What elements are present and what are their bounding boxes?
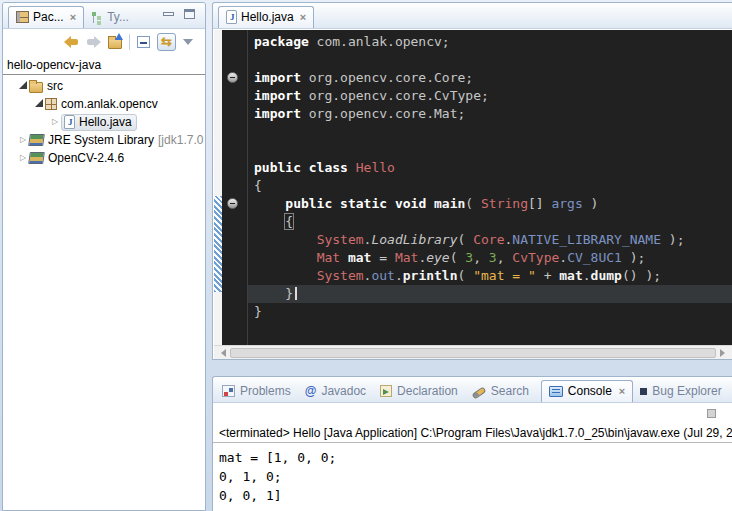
library-icon — [28, 134, 45, 146]
tree-item-label: OpenCV-2.4.6 — [48, 151, 124, 165]
tab-label: Ty... — [107, 10, 129, 24]
range-indicator — [214, 196, 222, 292]
tree-item-label: com.anlak.opencv — [61, 97, 158, 111]
code-line[interactable]: public class Hello — [248, 159, 732, 177]
code-line[interactable]: import org.opencv.core.CvType; — [248, 87, 732, 105]
tab-declaration[interactable]: Declaration — [373, 381, 465, 402]
left-view-tabbar: Pac... × Ty... — [3, 3, 205, 29]
package-explorer-view: Pac... × Ty... ⇆ hello-opencv-java src — [2, 2, 206, 511]
tree-item-label: JRE System Library — [48, 133, 154, 147]
project-label[interactable]: hello-opencv-java — [3, 55, 205, 75]
tab-label: Declaration — [397, 384, 458, 398]
minimize-icon[interactable] — [163, 12, 174, 16]
bottom-view-tabbar: Problems @ Javadoc Declaration Search Co… — [213, 377, 732, 403]
scroll-right-icon[interactable] — [720, 349, 729, 357]
editor-area: Hello.java × package com.anlak.opencv;im… — [212, 2, 732, 360]
fold-collapse-icon[interactable] — [227, 72, 238, 83]
expander-collapsed-icon[interactable]: ▷ — [20, 136, 26, 144]
selected-tree-item[interactable]: Hello.java — [61, 114, 137, 131]
code-line[interactable]: import org.opencv.core.Core; — [248, 69, 732, 87]
code-line[interactable]: public static void main( String[] args ) — [248, 195, 732, 213]
console-output-line: 0, 1, 0; — [219, 467, 732, 486]
search-icon — [471, 387, 486, 400]
code-line[interactable] — [248, 123, 732, 141]
view-menu-icon[interactable] — [183, 39, 193, 45]
back-icon[interactable] — [64, 36, 79, 49]
console-icon — [549, 386, 563, 397]
code-line[interactable]: } — [248, 303, 732, 321]
tree-item-package[interactable]: com.anlak.opencv — [3, 95, 205, 113]
scrollbar-thumb[interactable] — [230, 348, 716, 358]
tree-item-opencv-library[interactable]: ▷ OpenCV-2.4.6 — [3, 149, 205, 167]
tree-item-src[interactable]: src — [3, 77, 205, 95]
horizontal-scrollbar[interactable] — [214, 345, 732, 359]
fold-gutter[interactable] — [222, 30, 248, 345]
console-view: Problems @ Javadoc Declaration Search Co… — [212, 376, 732, 511]
project-tree: src com.anlak.opencv ▷ Hello.java ▷ JRE … — [3, 75, 205, 167]
fold-collapse-icon[interactable] — [227, 198, 238, 209]
eclipse-window: { "left_panel": { "tabs": [ { "label": "… — [0, 0, 732, 511]
tab-label: Javadoc — [321, 384, 366, 398]
expander-collapsed-icon[interactable]: ▷ — [20, 154, 26, 162]
link-with-editor-icon: ⇆ — [161, 34, 172, 49]
tree-item-jre-library[interactable]: ▷ JRE System Library [jdk1.7.0 — [3, 131, 205, 149]
code-line[interactable]: { — [248, 213, 732, 231]
scroll-left-icon[interactable] — [217, 349, 226, 357]
code-line[interactable]: import org.opencv.core.Mat; — [248, 105, 732, 123]
tree-item-hello-java[interactable]: ▷ Hello.java — [3, 113, 205, 131]
library-icon — [28, 152, 45, 164]
tab-type-hierarchy[interactable]: Ty... — [84, 7, 136, 28]
tab-search[interactable]: Search — [465, 381, 536, 402]
tab-bug-explorer[interactable]: Bug Explorer — [633, 381, 728, 402]
console-toolbar — [213, 403, 732, 423]
close-icon[interactable]: × — [619, 385, 625, 397]
console-output-line: 0, 0, 1] — [219, 486, 732, 505]
editor-body: package com.anlak.opencv;import org.open… — [214, 30, 732, 345]
problems-icon — [222, 385, 235, 397]
code-line[interactable]: } — [248, 285, 732, 303]
tab-label: Bug Explorer — [652, 384, 721, 398]
package-explorer-toolbar: ⇆ — [3, 29, 205, 55]
code-line[interactable]: { — [248, 177, 732, 195]
go-up-icon[interactable] — [108, 38, 122, 49]
java-file-icon — [64, 115, 75, 129]
editor-tab-hello-java[interactable]: Hello.java × — [218, 6, 314, 28]
source-folder-icon — [29, 82, 43, 93]
tab-console[interactable]: Console × — [541, 380, 633, 402]
code-line[interactable]: package com.anlak.opencv; — [248, 33, 732, 51]
code-line[interactable] — [248, 141, 732, 159]
code-line[interactable]: System.LoadLibrary( Core.NATIVE_LIBRARY_… — [248, 231, 732, 249]
tab-label: Console — [568, 384, 612, 398]
text-caret — [295, 287, 297, 300]
tree-item-label: src — [47, 79, 63, 93]
tab-problems[interactable]: Problems — [215, 381, 298, 402]
expander-expanded-icon[interactable] — [35, 99, 43, 107]
close-icon[interactable]: × — [300, 11, 306, 23]
tab-package-explorer[interactable]: Pac... × — [8, 6, 84, 28]
console-output[interactable]: mat = [1, 0, 0; 0, 1, 0; 0, 0, 1] — [213, 443, 732, 505]
console-output-line: mat = [1, 0, 0; — [219, 448, 732, 467]
toolbar-separator — [129, 34, 130, 50]
maximize-icon[interactable] — [184, 9, 195, 19]
annotation-ruler[interactable] — [214, 30, 222, 345]
close-icon[interactable]: × — [70, 11, 76, 23]
package-explorer-icon — [16, 11, 29, 23]
collapse-all-icon[interactable] — [137, 36, 150, 48]
console-status-line: <terminated> Hello [Java Application] C:… — [213, 423, 732, 443]
tree-item-label: Hello.java — [79, 115, 132, 129]
expander-collapsed-icon[interactable]: ▷ — [52, 118, 58, 126]
editor-tab-label: Hello.java — [241, 10, 294, 24]
code-lines[interactable]: package com.anlak.opencv;import org.open… — [248, 30, 732, 345]
link-with-editor-button[interactable]: ⇆ — [157, 33, 176, 51]
forward-icon[interactable] — [86, 36, 101, 49]
tab-label: Search — [491, 384, 529, 398]
tab-javadoc[interactable]: @ Javadoc — [298, 381, 373, 402]
package-icon — [45, 98, 57, 110]
code-line[interactable]: System.out.println( "mat = " + mat.dump(… — [248, 267, 732, 285]
tree-item-decoration: [jdk1.7.0 — [158, 133, 203, 147]
expander-expanded-icon[interactable] — [19, 81, 27, 89]
editor-tabbar: Hello.java × — [213, 3, 732, 29]
code-line[interactable]: Mat mat = Mat.eye( 3, 3, CvType.CV_8UC1 … — [248, 249, 732, 267]
code-line[interactable] — [248, 51, 732, 69]
console-toolbar-icon[interactable] — [707, 409, 716, 418]
